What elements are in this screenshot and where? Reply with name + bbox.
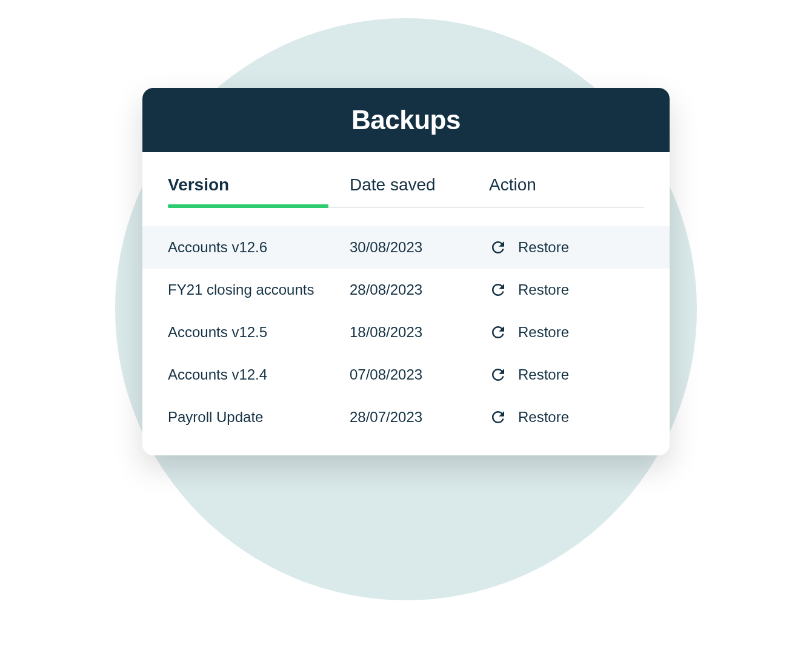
backups-card: Backups Version Date saved Action Accoun…: [142, 88, 670, 455]
column-header-version[interactable]: Version: [168, 175, 350, 195]
restore-button[interactable]: Restore: [489, 408, 644, 426]
table-row: Accounts v12.4 07/08/2023 Restore: [142, 353, 670, 396]
backups-table: Version Date saved Action Accounts v12.6…: [142, 152, 670, 455]
cell-version: Payroll Update: [168, 409, 350, 426]
cell-version: FY21 closing accounts: [168, 281, 350, 298]
restore-label: Restore: [518, 324, 569, 341]
table-row: Accounts v12.5 18/08/2023 Restore: [142, 311, 670, 353]
cell-date: 28/08/2023: [350, 281, 489, 298]
restore-button[interactable]: Restore: [489, 281, 644, 299]
active-sort-indicator: [168, 204, 328, 208]
table-header-row: Version Date saved Action: [168, 152, 644, 208]
refresh-icon: [489, 323, 507, 341]
restore-label: Restore: [518, 281, 569, 298]
refresh-icon: [489, 408, 507, 426]
cell-date: 28/07/2023: [350, 409, 489, 426]
refresh-icon: [489, 281, 507, 299]
cell-date: 30/08/2023: [350, 239, 489, 256]
restore-button[interactable]: Restore: [489, 323, 644, 341]
refresh-icon: [489, 238, 507, 256]
table-row: Accounts v12.6 30/08/2023 Restore: [142, 226, 670, 269]
table-row: Payroll Update 28/07/2023 Restore: [142, 396, 670, 438]
cell-version: Accounts v12.5: [168, 324, 350, 341]
table-body: Accounts v12.6 30/08/2023 Restore FY21 c…: [168, 226, 644, 438]
column-header-action: Action: [489, 175, 644, 195]
card-title: Backups: [142, 88, 670, 152]
restore-label: Restore: [518, 366, 569, 383]
cell-date: 07/08/2023: [350, 366, 489, 383]
column-header-date-saved[interactable]: Date saved: [350, 175, 489, 195]
cell-version: Accounts v12.6: [168, 239, 350, 256]
table-row: FY21 closing accounts 28/08/2023 Restore: [142, 269, 670, 311]
restore-label: Restore: [518, 239, 569, 256]
restore-button[interactable]: Restore: [489, 366, 644, 384]
restore-label: Restore: [518, 409, 569, 426]
restore-button[interactable]: Restore: [489, 238, 644, 256]
cell-date: 18/08/2023: [350, 324, 489, 341]
refresh-icon: [489, 366, 507, 384]
cell-version: Accounts v12.4: [168, 366, 350, 383]
